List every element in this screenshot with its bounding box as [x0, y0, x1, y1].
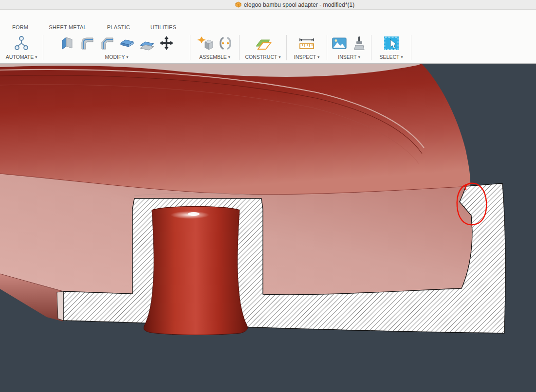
toolbar-separator	[239, 35, 240, 60]
chamfer-icon	[98, 35, 116, 52]
chevron-down-icon: ▾	[228, 55, 230, 59]
measure-icon	[298, 35, 315, 52]
toolbar-separator	[190, 35, 190, 60]
group-label: AUTOMATE	[6, 54, 34, 60]
insert-dropdown-button[interactable]: INSERT ▾	[336, 53, 362, 61]
fillet-icon	[78, 35, 96, 52]
group-label: INSERT	[338, 54, 356, 60]
new-component-tool-button[interactable]	[195, 34, 215, 53]
toolbar-group-select: SELECT ▾	[371, 34, 411, 61]
construct-plane-tool-button[interactable]	[254, 34, 272, 53]
group-label: MODIFY	[105, 54, 125, 60]
chevron-down-icon: ▾	[401, 55, 403, 59]
offset-icon	[138, 35, 156, 52]
construct-dropdown-button[interactable]: CONSTRUCT ▾	[243, 53, 283, 61]
model-scene	[0, 64, 536, 392]
press-pull-tool-button[interactable]	[58, 34, 76, 53]
canvas-tool-button[interactable]	[330, 34, 349, 53]
select-dropdown-button[interactable]: SELECT ▾	[378, 53, 405, 61]
tab-utilities[interactable]: UTILITIES	[150, 24, 176, 30]
joint-tool-button[interactable]	[216, 34, 235, 53]
fusion-window: elegoo bambu spool adapter - modified*(1…	[0, 0, 536, 392]
construct-plane-icon	[254, 35, 272, 52]
model-flange-end-face	[57, 291, 63, 321]
measure-tool-button[interactable]	[297, 34, 316, 53]
combine-icon	[118, 35, 136, 52]
toolbar-group-automate: AUTOMATE ▾	[0, 34, 43, 61]
group-label: CONSTRUCT	[245, 54, 277, 60]
toolbar-group-inspect: INSPECT ▾	[287, 34, 327, 61]
document-title-wrap: elegoo bambu spool adapter - modified*(1…	[235, 1, 354, 8]
new-component-icon	[196, 34, 214, 53]
chevron-down-icon: ▾	[317, 55, 319, 59]
automate-tool-button[interactable]	[12, 34, 31, 53]
group-label: ASSEMBLE	[199, 54, 227, 60]
chevron-down-icon: ▾	[358, 55, 360, 59]
chevron-down-icon: ▾	[35, 55, 37, 59]
combine-tool-button[interactable]	[118, 34, 136, 53]
move-tool-button[interactable]	[158, 35, 175, 52]
select-cursor-icon	[382, 34, 401, 53]
hub-specular-dot	[188, 212, 200, 216]
toolbar-separator	[371, 35, 371, 60]
automate-icon	[12, 34, 31, 53]
fillet-tool-button[interactable]	[78, 34, 96, 53]
toolbar-separator	[327, 35, 327, 60]
hub-cylinder	[144, 207, 247, 335]
toolbar-group-insert: INSERT ▾	[327, 34, 371, 61]
offset-tool-button[interactable]	[138, 34, 156, 53]
toolbar-group-modify: MODIFY ▾	[43, 34, 190, 61]
select-tool-button[interactable]	[382, 34, 401, 53]
decal-tool-button[interactable]	[350, 34, 369, 53]
assemble-dropdown-button[interactable]: ASSEMBLE ▾	[197, 53, 232, 61]
automate-dropdown-button[interactable]: AUTOMATE ▾	[4, 53, 39, 61]
chamfer-tool-button[interactable]	[98, 34, 116, 53]
ribbon-tabs: FORM SHEET METAL PLASTIC UTILITIES	[12, 24, 197, 30]
group-label: SELECT	[380, 54, 400, 60]
viewport-3d[interactable]	[0, 64, 536, 392]
tab-form[interactable]: FORM	[12, 24, 28, 30]
toolbar-separator	[43, 35, 43, 60]
toolbar-ribbon: FORM SHEET METAL PLASTIC UTILITIES AUTOM…	[0, 10, 536, 64]
group-label: INSPECT	[294, 54, 316, 60]
joint-icon	[217, 35, 234, 52]
toolbar-group-assemble: ASSEMBLE ▾	[190, 34, 239, 61]
tab-plastic[interactable]: PLASTIC	[107, 24, 130, 30]
model-top-face	[0, 64, 470, 195]
toolbar-separator	[411, 35, 411, 60]
titlebar: elegoo bambu spool adapter - modified*(1…	[0, 0, 536, 10]
modify-dropdown-button[interactable]: MODIFY ▾	[103, 53, 130, 61]
canvas-image-icon	[331, 35, 348, 52]
inspect-dropdown-button[interactable]: INSPECT ▾	[292, 53, 322, 61]
move-icon	[158, 35, 175, 52]
toolbar-group-construct: CONSTRUCT ▾	[240, 34, 286, 61]
document-title: elegoo bambu spool adapter - modified*(1…	[244, 1, 354, 8]
tab-sheet-metal[interactable]: SHEET METAL	[49, 24, 87, 30]
chevron-down-icon: ▾	[278, 55, 280, 59]
decal-stamp-icon	[351, 35, 368, 52]
press-pull-icon	[58, 35, 76, 52]
toolbar-separator	[286, 35, 287, 60]
chevron-down-icon: ▾	[126, 55, 128, 59]
document-cube-icon	[235, 1, 241, 8]
